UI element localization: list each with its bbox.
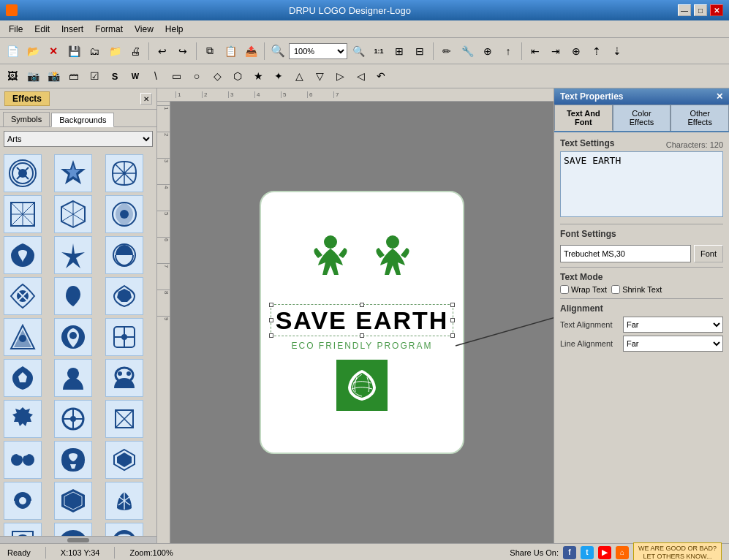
list-item[interactable] xyxy=(54,523,92,536)
layers-button[interactable]: 🗃 xyxy=(64,67,83,86)
zoom-select[interactable]: 100% 50% 75% 125% 150% 200% xyxy=(289,43,347,59)
youtube-icon[interactable]: ▶ xyxy=(598,546,611,559)
export-button[interactable]: 📤 xyxy=(241,42,260,61)
zoom-out-button[interactable]: 🔍 xyxy=(349,42,368,61)
properties-button[interactable]: 🔧 xyxy=(458,42,477,61)
new-button[interactable]: 📄 xyxy=(3,42,22,61)
line-alignment-select[interactable]: Far Near Center xyxy=(623,336,723,352)
open-button[interactable]: 📂 xyxy=(23,42,42,61)
align-button[interactable]: ⊕ xyxy=(478,42,497,61)
list-item[interactable] xyxy=(105,482,143,520)
tab-symbols[interactable]: Symbols xyxy=(3,112,50,126)
print-button[interactable]: 🖨 xyxy=(126,42,145,61)
handle-bm[interactable] xyxy=(360,333,364,338)
arrow-left-button[interactable]: ◁ xyxy=(351,67,370,86)
list-item[interactable] xyxy=(4,195,42,233)
tab-color-effects[interactable]: Color Effects xyxy=(613,105,671,131)
text-input[interactable]: SAVE EARTH xyxy=(560,151,723,217)
wrap-text-checkbox[interactable] xyxy=(560,285,569,294)
tab-text-and-font[interactable]: Text And Font xyxy=(554,105,613,131)
save-all-button[interactable]: 🗂 xyxy=(85,42,104,61)
handle-tr[interactable] xyxy=(450,303,455,307)
list-item[interactable] xyxy=(54,400,92,438)
star-button[interactable]: ★ xyxy=(249,67,268,86)
minimize-button[interactable]: — xyxy=(678,4,691,16)
menu-insert[interactable]: Insert xyxy=(56,23,89,36)
list-item[interactable] xyxy=(54,236,92,274)
menu-file[interactable]: File xyxy=(3,23,29,36)
copy-button[interactable]: ⧉ xyxy=(200,42,219,61)
list-item[interactable] xyxy=(54,441,92,479)
list-item[interactable] xyxy=(105,195,143,233)
list-item[interactable] xyxy=(105,236,143,274)
list-item[interactable] xyxy=(4,236,42,274)
circle-button[interactable]: ○ xyxy=(187,67,206,86)
zoom-in-button[interactable]: 🔍 xyxy=(268,42,287,61)
list-item[interactable] xyxy=(4,441,42,479)
font-name-input[interactable] xyxy=(560,245,691,262)
list-item[interactable] xyxy=(105,523,143,536)
list-item[interactable] xyxy=(4,277,42,315)
handle-tl[interactable] xyxy=(269,303,273,307)
screenshot-button[interactable]: 📷 xyxy=(23,67,42,86)
category-dropdown[interactable]: Arts Abstract Nature Business xyxy=(4,131,153,147)
tab-other-effects[interactable]: Other Effects xyxy=(671,105,729,131)
camera-button[interactable]: 📸 xyxy=(44,67,63,86)
panel-scrollbar[interactable] xyxy=(0,536,156,543)
tab-backgrounds[interactable]: Backgrounds xyxy=(51,113,114,127)
list-item[interactable] xyxy=(105,277,143,315)
symbol-button[interactable]: ☑ xyxy=(85,67,104,86)
rp-close-button[interactable]: ✕ xyxy=(716,91,723,102)
list-item[interactable] xyxy=(105,359,143,397)
rss-icon[interactable]: ⌂ xyxy=(616,546,629,559)
align-top-button[interactable]: ⇡ xyxy=(587,42,606,61)
align-left-button[interactable]: ⇤ xyxy=(526,42,545,61)
close-button[interactable]: ✕ xyxy=(710,4,723,16)
list-item[interactable] xyxy=(4,400,42,438)
word-button[interactable]: W xyxy=(126,67,145,86)
edit-tool-button[interactable]: ✏ xyxy=(437,42,456,61)
handle-br[interactable] xyxy=(450,333,455,338)
handle-mr[interactable] xyxy=(450,318,455,322)
handle-bl[interactable] xyxy=(269,333,273,338)
align-right-button[interactable]: ⇥ xyxy=(546,42,565,61)
triangle-up-button[interactable]: △ xyxy=(290,67,309,86)
text-button[interactable]: S xyxy=(105,67,124,86)
rectangle-button[interactable]: ▭ xyxy=(167,67,186,86)
list-item[interactable] xyxy=(105,441,143,479)
zoom-100-button[interactable]: 1:1 xyxy=(369,42,388,61)
list-item[interactable] xyxy=(54,195,92,233)
menu-view[interactable]: View xyxy=(129,23,159,36)
list-item[interactable] xyxy=(54,482,92,520)
list-item[interactable] xyxy=(54,154,92,192)
list-item[interactable] xyxy=(105,154,143,192)
diamond-button[interactable]: ◇ xyxy=(208,67,227,86)
menu-help[interactable]: Help xyxy=(159,23,189,36)
category-select[interactable]: Arts Abstract Nature Business xyxy=(4,131,153,147)
save-button[interactable]: 💾 xyxy=(64,42,83,61)
paste-button[interactable]: 📋 xyxy=(221,42,240,61)
list-item[interactable] xyxy=(4,154,42,192)
list-item[interactable] xyxy=(105,318,143,356)
list-item[interactable] xyxy=(4,482,42,520)
list-item[interactable] xyxy=(4,359,42,397)
font-button[interactable]: Font xyxy=(694,245,723,262)
menu-edit[interactable]: Edit xyxy=(29,23,56,36)
triangle-down-button[interactable]: ▽ xyxy=(310,67,329,86)
panel-close-button[interactable]: ✕ xyxy=(140,93,152,105)
twitter-icon[interactable]: t xyxy=(581,546,594,559)
folder-button[interactable]: 📁 xyxy=(105,42,124,61)
text-alignment-select[interactable]: Far Near Center xyxy=(623,317,723,333)
list-item[interactable] xyxy=(4,318,42,356)
arrow-right-button[interactable]: ▷ xyxy=(330,67,350,86)
close-doc-button[interactable]: ✕ xyxy=(44,42,63,61)
list-item[interactable] xyxy=(54,318,92,356)
grid-button[interactable]: ⊟ xyxy=(410,42,429,61)
survey-badge[interactable]: WE ARE GOOD OR BAD?LET OTHERS KNOW... xyxy=(633,542,722,560)
list-item[interactable] xyxy=(54,359,92,397)
handle-tm[interactable] xyxy=(360,303,364,307)
redo-button[interactable]: ↪ xyxy=(173,42,192,61)
star5-button[interactable]: ✦ xyxy=(269,67,288,86)
image-button[interactable]: 🖼 xyxy=(3,67,22,86)
fit-button[interactable]: ⊞ xyxy=(390,42,409,61)
